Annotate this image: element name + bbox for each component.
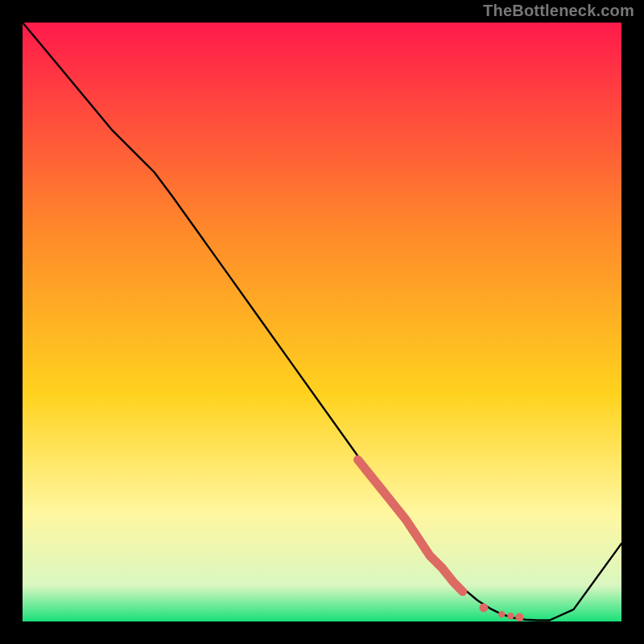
highlight-dot xyxy=(515,613,523,621)
highlight-dot xyxy=(498,611,505,617)
chart-svg xyxy=(23,23,621,621)
highlight-dot xyxy=(507,613,514,619)
gradient-background xyxy=(23,23,621,621)
plot-area xyxy=(23,23,621,621)
watermark-text: TheBottleneck.com xyxy=(483,2,634,20)
chart-frame: TheBottleneck.com xyxy=(0,0,644,644)
highlight-dot xyxy=(479,603,488,612)
